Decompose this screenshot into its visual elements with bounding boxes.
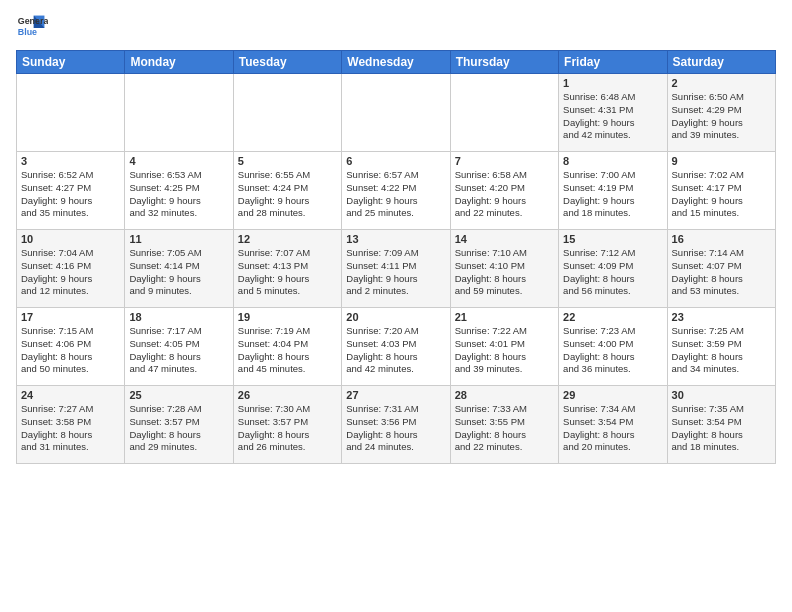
column-header-thursday: Thursday	[450, 51, 558, 74]
day-info: Sunrise: 7:30 AM Sunset: 3:57 PM Dayligh…	[238, 403, 337, 454]
week-row-5: 24Sunrise: 7:27 AM Sunset: 3:58 PM Dayli…	[17, 386, 776, 464]
day-info: Sunrise: 7:07 AM Sunset: 4:13 PM Dayligh…	[238, 247, 337, 298]
day-info: Sunrise: 7:17 AM Sunset: 4:05 PM Dayligh…	[129, 325, 228, 376]
column-header-wednesday: Wednesday	[342, 51, 450, 74]
day-cell	[233, 74, 341, 152]
day-number: 25	[129, 389, 228, 401]
svg-text:Blue: Blue	[18, 27, 37, 37]
day-info: Sunrise: 7:05 AM Sunset: 4:14 PM Dayligh…	[129, 247, 228, 298]
day-number: 18	[129, 311, 228, 323]
day-info: Sunrise: 7:19 AM Sunset: 4:04 PM Dayligh…	[238, 325, 337, 376]
day-cell	[125, 74, 233, 152]
day-number: 12	[238, 233, 337, 245]
day-cell: 17Sunrise: 7:15 AM Sunset: 4:06 PM Dayli…	[17, 308, 125, 386]
day-cell	[342, 74, 450, 152]
column-header-sunday: Sunday	[17, 51, 125, 74]
day-cell: 4Sunrise: 6:53 AM Sunset: 4:25 PM Daylig…	[125, 152, 233, 230]
calendar-body: 1Sunrise: 6:48 AM Sunset: 4:31 PM Daylig…	[17, 74, 776, 464]
day-number: 28	[455, 389, 554, 401]
day-number: 22	[563, 311, 662, 323]
day-cell: 25Sunrise: 7:28 AM Sunset: 3:57 PM Dayli…	[125, 386, 233, 464]
day-info: Sunrise: 7:25 AM Sunset: 3:59 PM Dayligh…	[672, 325, 771, 376]
day-number: 4	[129, 155, 228, 167]
day-number: 24	[21, 389, 120, 401]
week-row-3: 10Sunrise: 7:04 AM Sunset: 4:16 PM Dayli…	[17, 230, 776, 308]
column-header-saturday: Saturday	[667, 51, 775, 74]
day-cell: 11Sunrise: 7:05 AM Sunset: 4:14 PM Dayli…	[125, 230, 233, 308]
day-number: 29	[563, 389, 662, 401]
day-cell: 13Sunrise: 7:09 AM Sunset: 4:11 PM Dayli…	[342, 230, 450, 308]
day-number: 13	[346, 233, 445, 245]
day-number: 6	[346, 155, 445, 167]
logo-icon: General Blue	[16, 12, 48, 44]
day-cell: 10Sunrise: 7:04 AM Sunset: 4:16 PM Dayli…	[17, 230, 125, 308]
day-info: Sunrise: 7:28 AM Sunset: 3:57 PM Dayligh…	[129, 403, 228, 454]
day-cell: 16Sunrise: 7:14 AM Sunset: 4:07 PM Dayli…	[667, 230, 775, 308]
day-cell: 7Sunrise: 6:58 AM Sunset: 4:20 PM Daylig…	[450, 152, 558, 230]
day-number: 14	[455, 233, 554, 245]
day-cell: 29Sunrise: 7:34 AM Sunset: 3:54 PM Dayli…	[559, 386, 667, 464]
svg-text:General: General	[18, 16, 48, 26]
day-number: 23	[672, 311, 771, 323]
day-info: Sunrise: 7:00 AM Sunset: 4:19 PM Dayligh…	[563, 169, 662, 220]
day-number: 16	[672, 233, 771, 245]
day-info: Sunrise: 7:09 AM Sunset: 4:11 PM Dayligh…	[346, 247, 445, 298]
day-cell: 8Sunrise: 7:00 AM Sunset: 4:19 PM Daylig…	[559, 152, 667, 230]
day-number: 27	[346, 389, 445, 401]
day-info: Sunrise: 7:20 AM Sunset: 4:03 PM Dayligh…	[346, 325, 445, 376]
day-number: 30	[672, 389, 771, 401]
day-number: 19	[238, 311, 337, 323]
day-info: Sunrise: 6:52 AM Sunset: 4:27 PM Dayligh…	[21, 169, 120, 220]
column-header-friday: Friday	[559, 51, 667, 74]
day-cell: 3Sunrise: 6:52 AM Sunset: 4:27 PM Daylig…	[17, 152, 125, 230]
day-info: Sunrise: 7:04 AM Sunset: 4:16 PM Dayligh…	[21, 247, 120, 298]
day-cell: 20Sunrise: 7:20 AM Sunset: 4:03 PM Dayli…	[342, 308, 450, 386]
day-number: 17	[21, 311, 120, 323]
day-cell: 26Sunrise: 7:30 AM Sunset: 3:57 PM Dayli…	[233, 386, 341, 464]
day-cell: 5Sunrise: 6:55 AM Sunset: 4:24 PM Daylig…	[233, 152, 341, 230]
day-number: 7	[455, 155, 554, 167]
day-number: 20	[346, 311, 445, 323]
week-row-4: 17Sunrise: 7:15 AM Sunset: 4:06 PM Dayli…	[17, 308, 776, 386]
day-info: Sunrise: 7:33 AM Sunset: 3:55 PM Dayligh…	[455, 403, 554, 454]
day-info: Sunrise: 6:58 AM Sunset: 4:20 PM Dayligh…	[455, 169, 554, 220]
day-cell: 18Sunrise: 7:17 AM Sunset: 4:05 PM Dayli…	[125, 308, 233, 386]
day-number: 21	[455, 311, 554, 323]
day-cell: 19Sunrise: 7:19 AM Sunset: 4:04 PM Dayli…	[233, 308, 341, 386]
day-info: Sunrise: 7:34 AM Sunset: 3:54 PM Dayligh…	[563, 403, 662, 454]
day-cell	[17, 74, 125, 152]
day-number: 5	[238, 155, 337, 167]
day-info: Sunrise: 6:57 AM Sunset: 4:22 PM Dayligh…	[346, 169, 445, 220]
day-info: Sunrise: 6:50 AM Sunset: 4:29 PM Dayligh…	[672, 91, 771, 142]
page: General Blue SundayMondayTuesdayWednesda…	[0, 0, 792, 472]
day-cell: 15Sunrise: 7:12 AM Sunset: 4:09 PM Dayli…	[559, 230, 667, 308]
day-cell: 24Sunrise: 7:27 AM Sunset: 3:58 PM Dayli…	[17, 386, 125, 464]
day-cell: 30Sunrise: 7:35 AM Sunset: 3:54 PM Dayli…	[667, 386, 775, 464]
day-cell: 23Sunrise: 7:25 AM Sunset: 3:59 PM Dayli…	[667, 308, 775, 386]
day-number: 9	[672, 155, 771, 167]
logo: General Blue	[16, 12, 52, 44]
column-header-tuesday: Tuesday	[233, 51, 341, 74]
day-info: Sunrise: 7:12 AM Sunset: 4:09 PM Dayligh…	[563, 247, 662, 298]
day-info: Sunrise: 7:22 AM Sunset: 4:01 PM Dayligh…	[455, 325, 554, 376]
day-info: Sunrise: 6:48 AM Sunset: 4:31 PM Dayligh…	[563, 91, 662, 142]
day-info: Sunrise: 7:31 AM Sunset: 3:56 PM Dayligh…	[346, 403, 445, 454]
day-number: 15	[563, 233, 662, 245]
day-cell: 14Sunrise: 7:10 AM Sunset: 4:10 PM Dayli…	[450, 230, 558, 308]
day-cell: 1Sunrise: 6:48 AM Sunset: 4:31 PM Daylig…	[559, 74, 667, 152]
day-info: Sunrise: 7:23 AM Sunset: 4:00 PM Dayligh…	[563, 325, 662, 376]
header: General Blue	[16, 12, 776, 44]
column-header-monday: Monday	[125, 51, 233, 74]
day-info: Sunrise: 7:27 AM Sunset: 3:58 PM Dayligh…	[21, 403, 120, 454]
day-info: Sunrise: 7:15 AM Sunset: 4:06 PM Dayligh…	[21, 325, 120, 376]
day-info: Sunrise: 7:10 AM Sunset: 4:10 PM Dayligh…	[455, 247, 554, 298]
day-info: Sunrise: 7:02 AM Sunset: 4:17 PM Dayligh…	[672, 169, 771, 220]
day-cell: 27Sunrise: 7:31 AM Sunset: 3:56 PM Dayli…	[342, 386, 450, 464]
day-info: Sunrise: 6:53 AM Sunset: 4:25 PM Dayligh…	[129, 169, 228, 220]
day-number: 8	[563, 155, 662, 167]
day-info: Sunrise: 6:55 AM Sunset: 4:24 PM Dayligh…	[238, 169, 337, 220]
day-cell	[450, 74, 558, 152]
day-cell: 22Sunrise: 7:23 AM Sunset: 4:00 PM Dayli…	[559, 308, 667, 386]
day-number: 2	[672, 77, 771, 89]
day-number: 1	[563, 77, 662, 89]
